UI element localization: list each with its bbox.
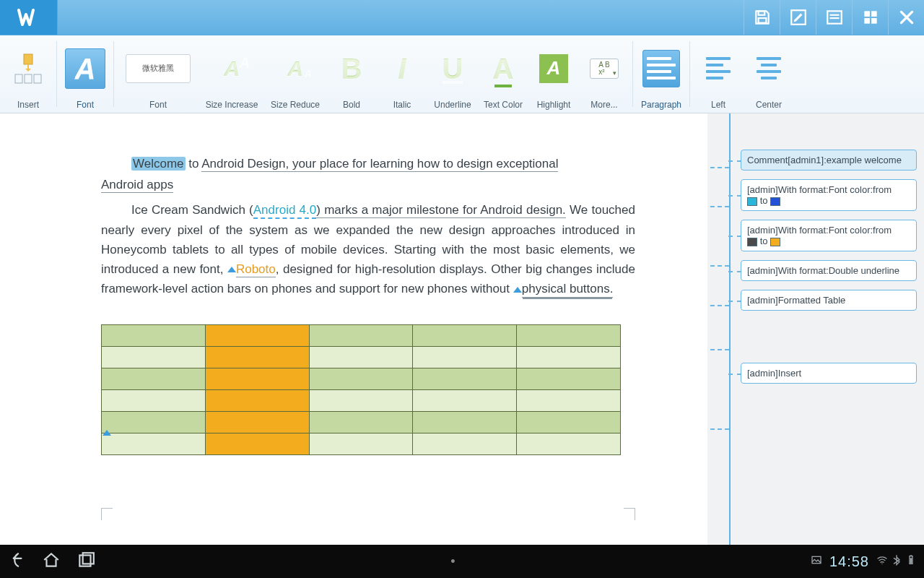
grid-icon[interactable] xyxy=(852,0,888,35)
ribbon-toolbar: Insert A Font 微软雅黑 Font AA Size Increase… xyxy=(0,35,924,113)
align-center-label: Center xyxy=(756,100,782,110)
nav-indicator: • xyxy=(450,554,455,569)
color-swatch xyxy=(747,197,757,206)
svg-rect-1 xyxy=(758,18,766,23)
wifi-icon xyxy=(876,554,888,569)
svg-rect-19 xyxy=(910,558,912,563)
font-tab-active[interactable]: A Font xyxy=(61,35,109,113)
italic-button[interactable]: I Italic xyxy=(378,35,426,113)
close-icon[interactable] xyxy=(888,0,924,35)
underline-button[interactable]: U Underline xyxy=(429,35,476,113)
size-increase-label: Size Increase xyxy=(206,100,258,110)
app-title-bar xyxy=(0,0,924,35)
clock: 14:58 xyxy=(829,553,869,570)
bluetooth-icon xyxy=(891,554,902,569)
table-row xyxy=(102,325,621,347)
svg-rect-8 xyxy=(864,18,870,24)
edit-icon[interactable] xyxy=(780,0,816,35)
comment-item[interactable]: [admin]Formatted Table xyxy=(741,290,917,311)
more-label: More... xyxy=(590,100,617,110)
color-swatch xyxy=(770,197,780,206)
comment-item[interactable]: [admin]With format:Font color:from to xyxy=(741,220,917,251)
paragraph-label: Paragraph xyxy=(641,100,681,110)
font-tab-label: Font xyxy=(77,100,94,110)
recent-apps-icon[interactable] xyxy=(77,551,95,572)
svg-rect-10 xyxy=(24,54,32,64)
text-color-button[interactable]: A Text Color xyxy=(479,35,527,113)
table-row xyxy=(102,412,621,434)
text-color-label: Text Color xyxy=(484,100,523,110)
change-marker-icon xyxy=(227,267,236,272)
app-logo[interactable] xyxy=(0,0,58,35)
system-navbar: • 14:58 xyxy=(0,545,924,578)
font-picker-label: Font xyxy=(149,100,167,110)
svg-rect-7 xyxy=(871,11,877,17)
insert-label: Insert xyxy=(17,100,39,110)
size-reduce-label: Size Reduce xyxy=(271,100,320,110)
comment-item[interactable]: [admin]With format:Double underline xyxy=(741,260,917,281)
bold-button[interactable]: B Bold xyxy=(328,35,375,113)
comments-panel: Comment[admin1]:example welcome [admin]W… xyxy=(733,113,924,545)
font-picker-value: 微软雅黑 xyxy=(126,54,191,83)
svg-rect-18 xyxy=(910,555,912,556)
table-row xyxy=(102,434,621,455)
more-button[interactable]: A Bx²▾ More... xyxy=(580,35,628,113)
svg-rect-0 xyxy=(758,11,764,14)
bold-label: Bold xyxy=(343,100,360,110)
selected-text[interactable]: Welcome xyxy=(131,157,186,171)
change-marker-icon xyxy=(513,287,522,293)
table-row xyxy=(102,368,621,390)
underline-label: Underline xyxy=(434,100,471,110)
change-marker-icon xyxy=(103,430,111,436)
comment-item[interactable]: [admin]With format:Font color:from to xyxy=(741,179,917,211)
color-swatch xyxy=(747,238,757,246)
color-swatch xyxy=(770,238,780,246)
align-left-label: Left xyxy=(711,100,725,110)
save-icon[interactable] xyxy=(744,0,780,35)
svg-rect-11 xyxy=(15,74,22,83)
insert-button[interactable]: Insert xyxy=(4,35,52,113)
svg-rect-12 xyxy=(25,74,32,83)
paragraph-1[interactable]: Welcome to Android Design, your place fo… xyxy=(101,154,635,173)
comment-item[interactable]: Comment[admin1]:example welcome xyxy=(741,150,917,171)
font-picker[interactable]: 微软雅黑 Font xyxy=(118,35,198,113)
size-increase-button[interactable]: AA Size Increase xyxy=(201,35,263,113)
italic-label: Italic xyxy=(393,100,411,110)
gallery-icon[interactable] xyxy=(811,554,822,569)
table-row xyxy=(102,390,621,412)
document-area: Welcome to Android Design, your place fo… xyxy=(0,113,924,545)
table-row xyxy=(102,347,621,368)
align-left-button[interactable]: Left xyxy=(694,35,742,113)
list-icon[interactable] xyxy=(816,0,852,35)
paragraph-button[interactable]: Paragraph xyxy=(637,35,685,113)
svg-rect-9 xyxy=(871,18,877,24)
comment-rule xyxy=(729,113,731,545)
size-reduce-button[interactable]: AA Size Reduce xyxy=(266,35,325,113)
home-icon[interactable] xyxy=(42,551,61,572)
highlight-label: Highlight xyxy=(537,100,571,110)
paragraph-2[interactable]: Ice Cream Sandwich (Android 4.0) marks a… xyxy=(101,200,635,298)
document-table[interactable] xyxy=(101,324,621,455)
align-center-button[interactable]: Center xyxy=(745,35,793,113)
svg-rect-6 xyxy=(864,11,870,17)
document-page[interactable]: Welcome to Android Design, your place fo… xyxy=(0,113,707,545)
paragraph-1b[interactable]: Android apps xyxy=(101,175,635,194)
comment-item[interactable]: [admin]Insert xyxy=(741,363,917,384)
back-icon[interactable] xyxy=(7,551,26,572)
highlight-button[interactable]: A Highlight xyxy=(530,35,578,113)
svg-rect-13 xyxy=(34,74,41,83)
battery-icon xyxy=(905,554,917,569)
